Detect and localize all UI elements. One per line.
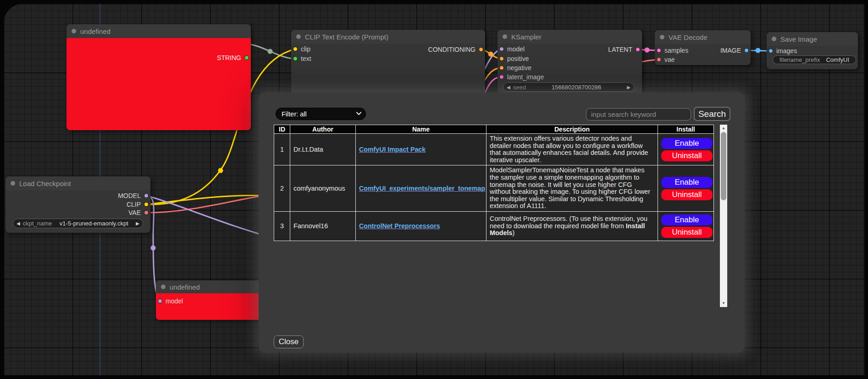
- node-title: KSampler: [511, 33, 542, 41]
- node-title-bar[interactable]: VAE Decode: [655, 30, 751, 44]
- node-collapse-dot-icon[interactable]: [296, 34, 301, 39]
- images-input-dot[interactable]: [768, 49, 773, 53]
- conditioning-output-dot[interactable]: [479, 47, 483, 52]
- enable-button[interactable]: Enable: [661, 177, 713, 188]
- node-title: Load Checkpoint: [19, 180, 71, 187]
- search-button[interactable]: Search: [694, 107, 730, 121]
- next-arrow-icon[interactable]: ▶: [136, 221, 139, 226]
- prev-arrow-icon[interactable]: ◀: [17, 221, 20, 226]
- cell-name: ControlNet Preprocessors: [356, 211, 487, 241]
- decrement-arrow-icon[interactable]: ◀: [507, 85, 510, 90]
- node-clip-text-encode[interactable]: CLIP Text Encode (Prompt) clip text COND…: [291, 30, 485, 94]
- node-undefined-top[interactable]: undefined STRING: [66, 24, 251, 130]
- node-collapse-dot-icon[interactable]: [11, 181, 15, 186]
- image-output-dot[interactable]: [744, 48, 749, 53]
- node-collapse-dot-icon[interactable]: [161, 285, 166, 289]
- close-button[interactable]: Close: [274, 335, 304, 348]
- output-slot-image[interactable]: IMAGE: [720, 47, 749, 54]
- model-input-dot[interactable]: [499, 47, 504, 51]
- output-slot-latent[interactable]: LATENT: [608, 46, 640, 53]
- samples-input-dot[interactable]: [657, 48, 661, 53]
- node-collapse-dot-icon[interactable]: [772, 37, 776, 41]
- enable-button[interactable]: Enable: [661, 138, 713, 149]
- node-vae-decode[interactable]: VAE Decode samples vae IMAGE: [655, 30, 751, 65]
- extension-link[interactable]: ControlNet Preprocessors: [359, 222, 440, 230]
- filter-select-wrap: Filter: all: [276, 108, 366, 120]
- input-slot-clip[interactable]: clip: [293, 46, 310, 52]
- node-title: Save Image: [780, 35, 817, 43]
- input-slot-images[interactable]: images: [768, 48, 797, 54]
- comfyui-app: { "icons": { "left": "◀", "right": "▶", …: [0, 0, 868, 379]
- cell-author: comfyanonymous: [290, 165, 356, 212]
- node-title-bar[interactable]: KSampler: [498, 30, 642, 44]
- filter-select[interactable]: Filter: all: [276, 108, 366, 120]
- node-title-bar[interactable]: undefined: [66, 24, 251, 38]
- scrollbar-thumb[interactable]: [721, 132, 726, 200]
- scrollbar-up-arrow-icon[interactable]: ▲: [720, 125, 727, 132]
- model-output-dot[interactable]: [144, 193, 149, 198]
- clip-input-dot[interactable]: [293, 47, 298, 51]
- node-title: undefined: [170, 283, 200, 291]
- text-input-dot[interactable]: [293, 56, 298, 61]
- extension-link[interactable]: ComfyUI_experiments/sampler_tonemap: [359, 185, 485, 192]
- input-slot-text[interactable]: text: [293, 55, 311, 62]
- seed-widget[interactable]: ◀ seed 156680208700286 ▶: [503, 82, 634, 92]
- cell-name: ComfyUI_experiments/sampler_tonemap: [356, 165, 487, 212]
- output-slot-string[interactable]: STRING: [217, 55, 249, 61]
- input-slot-positive[interactable]: positive: [499, 55, 529, 62]
- node-load-checkpoint[interactable]: Load Checkpoint MODEL CLIP VAE ◀ ckpt_na…: [6, 176, 150, 233]
- output-slot-vae[interactable]: VAE: [128, 209, 149, 216]
- node-collapse-dot-icon[interactable]: [503, 34, 507, 39]
- search-input[interactable]: [586, 108, 691, 121]
- table-row: 2 comfyanonymous ComfyUI_experiments/sam…: [274, 165, 714, 212]
- enable-button[interactable]: Enable: [661, 214, 713, 225]
- filename-prefix-widget[interactable]: filename_prefix ComfyUI: [773, 55, 856, 64]
- scrollbar-down-arrow-icon[interactable]: ▼: [720, 300, 727, 307]
- input-slot-samples[interactable]: samples: [657, 47, 688, 54]
- input-slot-negative[interactable]: negative: [499, 65, 531, 71]
- node-title-bar[interactable]: Load Checkpoint: [6, 176, 150, 190]
- scrollbar[interactable]: ▲ ▼: [720, 125, 727, 307]
- vae-input-dot[interactable]: [657, 57, 661, 62]
- clip-output-dot[interactable]: [144, 202, 149, 207]
- negative-input-dot[interactable]: [499, 66, 504, 70]
- node-title-bar[interactable]: CLIP Text Encode (Prompt): [291, 30, 485, 44]
- output-slot-conditioning[interactable]: CONDITIONING: [428, 46, 483, 53]
- node-save-image[interactable]: Save Image images filename_prefix ComfyU…: [767, 32, 858, 69]
- col-header-description: Description: [487, 125, 658, 134]
- input-slot-model[interactable]: model: [499, 46, 525, 52]
- uninstall-button[interactable]: Uninstall: [661, 227, 713, 238]
- node-ksampler[interactable]: KSampler model positive negative latent_…: [498, 30, 642, 94]
- node-title-bar[interactable]: Save Image: [767, 32, 858, 46]
- node-collapse-dot-icon[interactable]: [72, 29, 76, 33]
- input-slot-model[interactable]: model: [158, 298, 183, 304]
- col-header-install: Install: [658, 125, 714, 134]
- extension-list-scroll-area[interactable]: ID Author Name Description Install 1 Dr.…: [274, 125, 727, 307]
- model-input-dot[interactable]: [158, 299, 162, 303]
- string-output-dot[interactable]: [244, 55, 249, 60]
- input-slot-vae[interactable]: vae: [657, 56, 675, 63]
- latent-output-dot[interactable]: [636, 47, 640, 52]
- extension-table: ID Author Name Description Install 1 Dr.…: [274, 125, 714, 241]
- extension-link[interactable]: ComfyUI Impact Pack: [359, 146, 426, 153]
- positive-input-dot[interactable]: [499, 56, 504, 61]
- vae-output-dot[interactable]: [144, 210, 149, 215]
- uninstall-button[interactable]: Uninstall: [661, 150, 713, 161]
- node-title: CLIP Text Encode (Prompt): [305, 33, 388, 41]
- cell-name: ComfyUI Impact Pack: [356, 134, 487, 165]
- cell-id: 3: [274, 211, 290, 241]
- output-slot-model[interactable]: MODEL: [118, 192, 149, 199]
- node-title: undefined: [80, 27, 111, 35]
- uninstall-button[interactable]: Uninstall: [661, 189, 713, 200]
- increment-arrow-icon[interactable]: ▶: [627, 85, 630, 90]
- cell-description: ModelSamplerTonemapNoiseTest a node that…: [487, 165, 658, 212]
- output-slot-clip[interactable]: CLIP: [127, 201, 149, 208]
- node-collapse-dot-icon[interactable]: [660, 35, 664, 39]
- table-row: 1 Dr.Lt.Data ComfyUI Impact Pack This ex…: [274, 134, 714, 165]
- latent-image-input-dot[interactable]: [499, 75, 504, 79]
- cell-id: 2: [274, 165, 290, 212]
- ckpt-name-widget[interactable]: ◀ ckpt_name v1-5-pruned-emaonly.ckpt ▶: [13, 219, 143, 228]
- col-header-author: Author: [290, 125, 356, 134]
- input-slot-latent-image[interactable]: latent_image: [499, 74, 544, 80]
- cell-description: ControlNet Preprocessors. (To use this e…: [487, 211, 658, 241]
